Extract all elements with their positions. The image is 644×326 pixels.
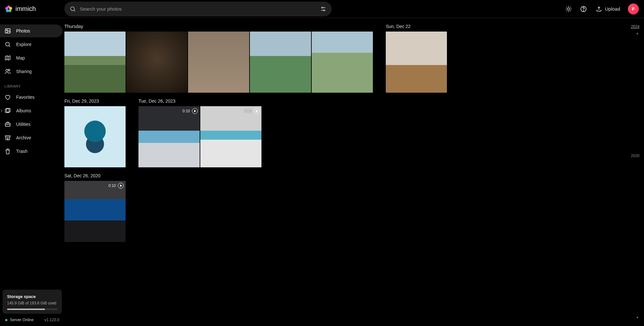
chevron-right-icon[interactable] (0, 108, 4, 113)
timeline-year[interactable]: 2020 (631, 154, 639, 158)
photo-group: Thursday (64, 24, 373, 93)
search-icon (70, 6, 76, 12)
photo-thumbnail[interactable] (386, 32, 447, 93)
photo-thumbnail[interactable] (250, 32, 311, 93)
archive-icon (5, 135, 11, 141)
album-icon (5, 107, 11, 114)
svg-line-25 (9, 46, 10, 47)
upload-button[interactable]: Upload (592, 3, 624, 15)
svg-point-24 (5, 42, 9, 46)
server-status: Server Online (5, 318, 33, 322)
photo-thumbnail[interactable] (64, 32, 126, 93)
photo-thumbnail[interactable] (188, 32, 249, 93)
group-title[interactable]: Sat, Dec 26, 2020 (64, 173, 126, 178)
sidebar-item-explore[interactable]: Explore (0, 38, 62, 51)
photo-thumbnail[interactable] (126, 32, 187, 93)
video-duration-badge: 0:10 (244, 108, 260, 114)
image-icon (5, 28, 11, 34)
logo[interactable]: immich (3, 5, 64, 13)
sidebar-item-utilities[interactable]: Utilities (0, 118, 62, 131)
storage-card: Storage space 145.9 GiB of 193.6 GiB use… (3, 290, 62, 314)
server-status-text: Server Online (10, 318, 33, 322)
storage-title: Storage space (7, 294, 57, 299)
sidebar-item-photos[interactable]: Photos (0, 24, 62, 37)
sidebar-item-label: Albums (16, 108, 31, 113)
video-duration-badge: 0:10 (183, 108, 198, 114)
photo-group: Fri, Dec 29, 2023 (64, 98, 126, 167)
trash-icon (5, 148, 11, 154)
search-icon (5, 41, 11, 48)
sidebar-item-label: Utilities (16, 122, 31, 127)
photo-thumbnail[interactable] (312, 32, 373, 93)
photo-thumbnail[interactable]: 0:10 (64, 181, 126, 242)
svg-line-19 (570, 7, 571, 7)
sidebar: PhotosExploreMapSharing LIBRARY Favorite… (0, 18, 64, 326)
group-title[interactable]: Tue, Dec 26, 2023 (138, 98, 261, 104)
sidebar-item-label: Map (16, 55, 25, 61)
sidebar-item-label: Trash (16, 149, 27, 154)
upload-label: Upload (605, 6, 620, 12)
svg-point-11 (568, 8, 570, 10)
sidebar-item-favorites[interactable]: Favorites (0, 91, 62, 104)
photo-group: Tue, Dec 26, 20230:100:10 (138, 98, 261, 167)
people-icon (5, 68, 11, 75)
svg-line-16 (567, 7, 567, 7)
search-bar[interactable] (64, 2, 332, 16)
svg-point-8 (322, 7, 323, 8)
photo-thumbnail[interactable] (64, 106, 126, 167)
search-filters-button[interactable] (317, 3, 329, 15)
svg-line-18 (567, 11, 567, 11)
sidebar-item-label: Explore (16, 42, 31, 47)
svg-point-21 (583, 10, 584, 10)
svg-point-10 (324, 10, 325, 11)
svg-line-6 (74, 10, 75, 11)
toolbox-icon (5, 121, 11, 127)
video-duration-badge: 0:10 (109, 183, 124, 189)
app-version: v1.123.0 (44, 318, 59, 322)
sidebar-item-label: Favorites (16, 95, 35, 100)
timeline-rail: 2024 2020 (625, 24, 639, 318)
sidebar-item-trash[interactable]: Trash (0, 145, 62, 158)
sidebar-item-sharing[interactable]: Sharing (0, 65, 62, 78)
photo-thumbnail[interactable]: 0:10 (200, 106, 261, 167)
storage-subtitle: 145.9 GiB of 193.6 GiB used (7, 301, 57, 305)
sidebar-item-archive[interactable]: Archive (0, 131, 62, 144)
status-dot-icon (5, 319, 7, 321)
play-icon (254, 108, 260, 114)
sidebar-item-map[interactable]: Map (0, 51, 62, 64)
timeline-dot-icon[interactable] (637, 317, 638, 318)
search-input[interactable] (76, 6, 317, 12)
play-icon (118, 183, 124, 189)
theme-toggle-button[interactable] (562, 3, 575, 15)
svg-point-5 (71, 7, 74, 11)
logo-text: immich (15, 5, 36, 13)
svg-rect-34 (5, 135, 10, 137)
sidebar-item-label: Archive (16, 135, 31, 140)
group-title[interactable]: Sun, Dec 22 (386, 24, 447, 29)
timeline-dot-icon[interactable] (637, 33, 638, 34)
photo-thumbnail[interactable]: 0:10 (138, 106, 200, 167)
svg-point-23 (6, 30, 7, 31)
storage-bar (7, 309, 57, 310)
avatar[interactable]: F (628, 4, 639, 14)
svg-point-28 (6, 69, 8, 71)
logo-mark-icon (5, 5, 13, 13)
sidebar-item-label: Sharing (16, 69, 32, 74)
play-icon (192, 108, 198, 114)
svg-line-17 (570, 11, 571, 11)
sidebar-item-albums[interactable]: Albums (0, 104, 62, 117)
sidebar-heading-library: LIBRARY (0, 79, 64, 91)
app-header: immich Upload F (0, 0, 644, 18)
map-icon (5, 55, 11, 61)
group-title[interactable]: Thursday (64, 24, 373, 29)
group-title[interactable]: Fri, Dec 29, 2023 (64, 98, 126, 104)
timeline-year[interactable]: 2024 (631, 24, 639, 29)
svg-point-29 (8, 69, 10, 71)
heart-icon (5, 94, 11, 100)
sidebar-item-label: Photos (16, 28, 30, 33)
photo-group: Sat, Dec 26, 20200:10 (64, 173, 126, 242)
photo-group: Sun, Dec 22 (386, 24, 447, 93)
help-button[interactable] (577, 3, 590, 15)
svg-point-2 (8, 9, 11, 12)
svg-point-4 (5, 7, 8, 10)
